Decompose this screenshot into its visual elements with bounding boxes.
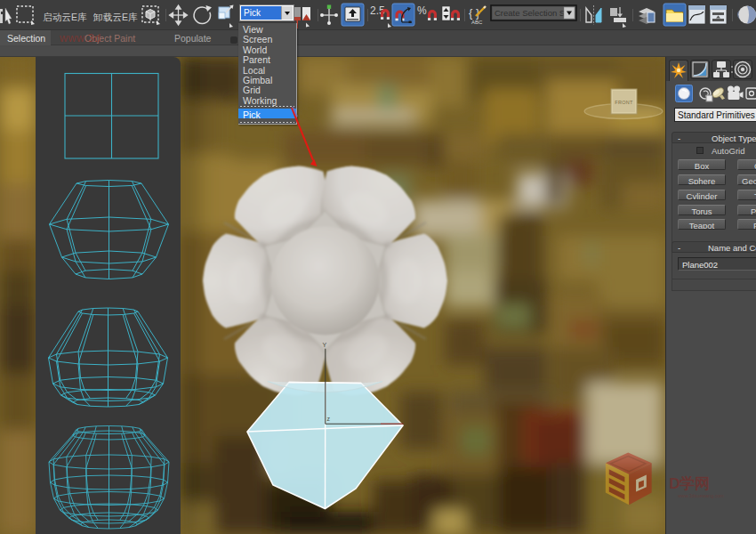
svg-text:www.3dxuewang.com: www.3dxuewang.com [677, 493, 724, 498]
svg-text:D学网: D学网 [669, 475, 709, 492]
